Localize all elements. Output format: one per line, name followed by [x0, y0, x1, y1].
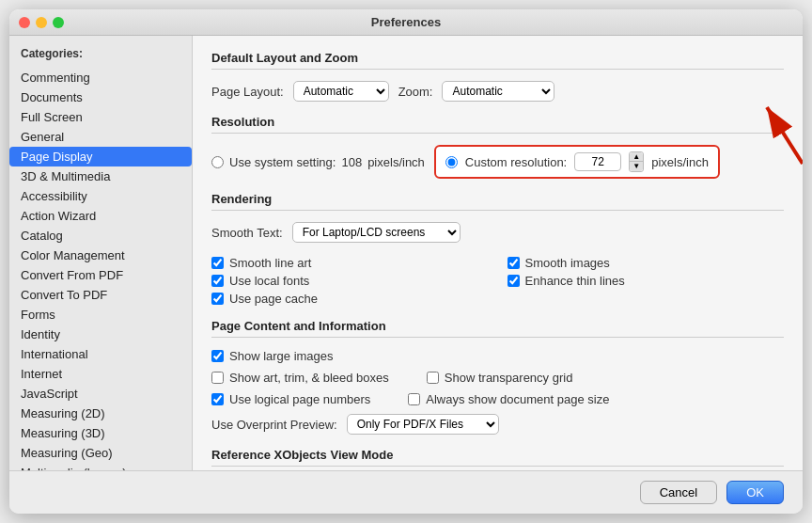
show-transparency-label: Show transparency grid	[445, 371, 573, 385]
window-controls	[19, 17, 64, 28]
overprint-select[interactable]: Only For PDF/X Files	[347, 414, 499, 435]
use-page-cache-checkbox[interactable]	[211, 293, 224, 305]
sidebar-item-full-screen[interactable]: Full Screen	[9, 107, 192, 127]
sidebar-item-page-display[interactable]: Page Display	[9, 147, 192, 166]
smooth-images-label: Smooth images	[525, 256, 610, 270]
section-title-resolution: Resolution	[211, 115, 784, 134]
custom-resolution-radio[interactable]	[445, 156, 458, 168]
smooth-text-row: Smooth Text: For Laptop/LCD screens	[211, 222, 784, 243]
window-title: Preferences	[371, 15, 441, 29]
show-art-trim-row: Show art, trim, & bleed boxes	[211, 371, 389, 385]
page-layout-select[interactable]: Automatic	[293, 81, 389, 102]
sidebar-item-general[interactable]: General	[9, 127, 192, 147]
section-default-layout: Default Layout and Zoom Page Layout: Aut…	[211, 51, 784, 102]
smooth-text-select[interactable]: For Laptop/LCD screens	[292, 222, 461, 243]
maximize-button[interactable]	[53, 17, 64, 28]
cancel-button[interactable]: Cancel	[640, 481, 717, 504]
bleed-transparency-row: Show art, trim, & bleed boxes Show trans…	[211, 371, 784, 385]
sidebar-item-catalog[interactable]: Catalog	[9, 226, 192, 246]
overprint-row: Use Overprint Preview: Only For PDF/X Fi…	[211, 414, 784, 435]
title-bar: Preferences	[9, 9, 803, 36]
show-art-trim-checkbox[interactable]	[211, 372, 224, 384]
ok-button[interactable]: OK	[726, 481, 784, 504]
use-page-cache-label: Use page cache	[229, 292, 318, 306]
sidebar-item-convert-to-pdf[interactable]: Convert To PDF	[9, 285, 192, 305]
preferences-window: Preferences Categories: CommentingDocume…	[9, 9, 803, 514]
system-value: 108	[341, 155, 362, 169]
section-title-rendering: Rendering	[211, 192, 784, 211]
sidebar-item-forms[interactable]: Forms	[9, 305, 192, 325]
use-page-cache-row: Use page cache	[211, 292, 489, 306]
sidebar-item-convert-from-pdf[interactable]: Convert From PDF	[9, 265, 192, 285]
sidebar-item-measuring-3d[interactable]: Measuring (3D)	[9, 423, 192, 443]
sidebar-item-multimedia-legacy[interactable]: Multimedia (legacy)	[9, 463, 192, 470]
minimize-button[interactable]	[36, 17, 47, 28]
use-local-fonts-row: Use local fonts	[211, 274, 489, 288]
stepper-down[interactable]: ▼	[630, 162, 643, 171]
section-title-layout: Default Layout and Zoom	[211, 51, 784, 70]
show-transparency-row: Show transparency grid	[427, 371, 573, 385]
section-title-xobjects: Reference XObjects View Mode	[211, 448, 784, 467]
section-xobjects: Reference XObjects View Mode Show refere…	[211, 448, 784, 470]
smooth-images-checkbox[interactable]	[508, 257, 520, 269]
sidebar-item-color-management[interactable]: Color Management	[9, 246, 192, 265]
show-large-images-label: Show large images	[229, 349, 334, 363]
use-local-fonts-label: Use local fonts	[229, 274, 309, 288]
stepper-up[interactable]: ▲	[630, 152, 643, 162]
smooth-line-art-row: Smooth line art	[211, 256, 489, 270]
sidebar-item-action-wizard[interactable]: Action Wizard	[9, 206, 192, 226]
section-page-content: Page Content and Information Show large …	[211, 319, 784, 435]
section-resolution: Resolution Use system setting: 108 pixel…	[211, 115, 784, 179]
use-local-fonts-checkbox[interactable]	[211, 275, 224, 287]
custom-resolution-label: Custom resolution:	[465, 155, 567, 169]
zoom-select[interactable]: Automatic	[442, 81, 554, 102]
system-resolution-radio[interactable]	[211, 156, 224, 168]
layout-zoom-row: Page Layout: Automatic Zoom: Automatic	[211, 81, 784, 102]
show-large-images-row: Show large images	[211, 349, 784, 363]
sidebar-item-internet[interactable]: Internet	[9, 364, 192, 384]
smooth-text-label: Smooth Text:	[211, 226, 283, 240]
enhance-thin-lines-checkbox[interactable]	[508, 275, 520, 287]
sidebar-item-identity[interactable]: Identity	[9, 325, 192, 344]
smooth-line-art-label: Smooth line art	[229, 256, 311, 270]
enhance-thin-lines-row: Enhance thin lines	[508, 274, 785, 288]
custom-resolution-input[interactable]	[574, 152, 621, 171]
smooth-line-art-checkbox[interactable]	[211, 257, 224, 269]
logical-docsize-row: Use logical page numbers Always show doc…	[211, 392, 784, 406]
use-system-option: Use system setting: 108 pixels/inch	[211, 155, 425, 169]
sidebar-item-commenting[interactable]: Commenting	[9, 68, 192, 87]
use-logical-pages-row: Use logical page numbers	[211, 392, 370, 406]
section-title-page-content: Page Content and Information	[211, 319, 784, 338]
smooth-images-row: Smooth images	[508, 256, 785, 270]
main-content: Categories: CommentingDocumentsFull Scre…	[9, 36, 803, 470]
resolution-stepper: ▲ ▼	[629, 151, 644, 172]
rendering-checkboxes: Smooth line art Smooth images Use local …	[211, 256, 784, 306]
sidebar-item-measuring-geo[interactable]: Measuring (Geo)	[9, 443, 192, 463]
overprint-label: Use Overprint Preview:	[211, 418, 337, 432]
sidebar-item-accessibility[interactable]: Accessibility	[9, 186, 192, 206]
pixels-inch-label: pixels/inch	[367, 155, 425, 169]
section-rendering: Rendering Smooth Text: For Laptop/LCD sc…	[211, 192, 784, 306]
show-art-trim-label: Show art, trim, & bleed boxes	[229, 371, 389, 385]
resolution-row: Use system setting: 108 pixels/inch Cust…	[211, 145, 784, 179]
show-large-images-checkbox[interactable]	[211, 350, 224, 362]
always-show-doc-size-checkbox[interactable]	[408, 393, 420, 405]
page-layout-label: Page Layout:	[211, 85, 284, 99]
use-logical-page-numbers-label: Use logical page numbers	[229, 392, 370, 406]
sidebar-item-3d-multimedia[interactable]: 3D & Multimedia	[9, 166, 192, 186]
sidebar-item-international[interactable]: International	[9, 344, 192, 364]
show-transparency-checkbox[interactable]	[427, 372, 439, 384]
always-show-docsize-row: Always show document page size	[408, 392, 609, 406]
sidebar-item-measuring-2d[interactable]: Measuring (2D)	[9, 404, 192, 423]
close-button[interactable]	[19, 17, 30, 28]
custom-resolution-box: Custom resolution: ▲ ▼ pixels/inch	[434, 145, 720, 179]
use-system-label: Use system setting:	[229, 155, 336, 169]
enhance-thin-lines-label: Enhance thin lines	[525, 274, 625, 288]
pixels-inch2-label: pixels/inch	[651, 155, 709, 169]
sidebar-header: Categories:	[9, 43, 192, 68]
sidebar-item-javascript[interactable]: JavaScript	[9, 384, 192, 404]
bottom-buttons: Cancel OK	[9, 470, 803, 514]
sidebar-item-documents[interactable]: Documents	[9, 87, 192, 107]
use-logical-page-numbers-checkbox[interactable]	[211, 393, 224, 405]
always-show-doc-size-label: Always show document page size	[426, 392, 609, 406]
